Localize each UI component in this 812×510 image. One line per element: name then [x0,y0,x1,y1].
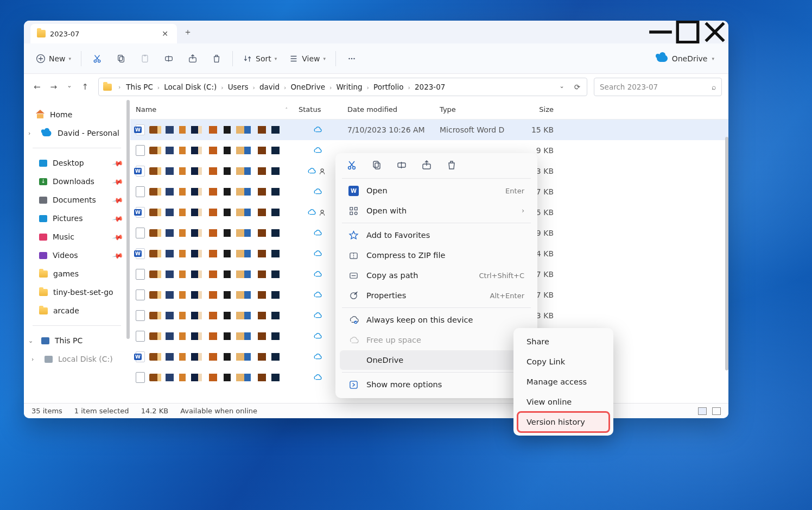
tab-close-button[interactable]: ✕ [160,28,170,39]
onedrive-toolbar-button[interactable]: OneDrive ▾ [649,49,722,68]
sidebar-home[interactable]: Home [24,105,130,124]
status-icon [293,249,342,259]
sidebar-item-documents[interactable]: Documents📌 [24,191,130,209]
sort-button[interactable]: Sort▾ [237,49,282,68]
new-button[interactable]: New ▾ [30,49,77,68]
sidebar-item-desktop[interactable]: Desktop📌 [24,154,130,172]
breadcrumb[interactable]: david [257,83,282,91]
close-button[interactable] [701,21,728,43]
cut-button[interactable] [86,49,109,68]
status-icon [293,352,342,362]
file-icon [136,228,145,238]
folder-icon [39,215,47,222]
submenu-share[interactable]: Share [518,332,609,351]
submenu-manage[interactable]: Manage access [518,372,609,392]
file-name-redacted [149,167,285,175]
ctx-cut-button[interactable] [346,160,357,171]
file-row[interactable]: 7/10/2023 10:26 AMMicrosoft Word D15 KB [130,119,728,140]
ctx-open[interactable]: W OpenEnter [340,181,533,200]
submenu-copy-link[interactable]: Copy Link [518,352,609,372]
sidebar-this-pc[interactable]: ⌄ This PC [24,331,130,350]
status-icon [293,228,342,238]
sidebar-item-music[interactable]: Music📌 [24,228,130,246]
ctx-show-more[interactable]: Show more options [340,375,533,394]
svg-rect-30 [373,161,378,167]
folder-icon [39,289,48,296]
new-tab-button[interactable]: ＋ [177,21,199,43]
breadcrumb[interactable]: Writing [334,83,364,91]
submenu-version-history[interactable]: Version history [518,412,609,432]
folder-icon [39,197,47,204]
sidebar-local-disk[interactable]: › Local Disk (C:) [24,350,130,368]
sidebar-item-tiny-best-set-go[interactable]: tiny-best-set-go [24,283,130,301]
share-button[interactable] [181,49,204,68]
col-status[interactable]: Status [293,105,342,114]
sidebar-item-downloads[interactable]: ↓Downloads📌 [24,172,130,191]
status-icon [293,373,342,382]
submenu-view-online[interactable]: View online [518,392,609,412]
paste-button[interactable] [134,49,156,68]
file-icon [136,331,145,342]
sidebar-item-videos[interactable]: Videos📌 [24,246,130,265]
breadcrumb[interactable]: Users [226,83,251,91]
sidebar-item-arcade[interactable]: arcade [24,301,130,320]
ctx-favorites[interactable]: Add to Favorites [340,225,533,245]
address-bar[interactable]: › This PC›Local Disk (C:)›Users›david›On… [98,78,587,96]
breadcrumb[interactable]: Portfolio [371,83,406,91]
view-details-button[interactable] [698,407,707,415]
back-button[interactable]: ← [34,82,41,92]
ctx-zip[interactable]: Compress to ZIP file [340,245,533,265]
sidebar-item-games[interactable]: games [24,265,130,283]
sidebar-scrollbar[interactable] [126,100,130,339]
svg-point-25 [321,210,323,213]
sidebar-item-pictures[interactable]: Pictures📌 [24,209,130,228]
breadcrumb[interactable]: OneDrive [288,83,327,91]
up-button[interactable]: ↑ [81,82,88,92]
recent-button[interactable]: ⌄ [67,82,72,92]
copy-button[interactable] [110,49,132,68]
window-tab[interactable]: 2023-07 ✕ [30,24,177,43]
ctx-share-button[interactable] [421,160,432,171]
status-selected: 1 item selected [74,407,129,415]
view-button[interactable]: View▾ [283,49,331,68]
folder-icon: ↓ [39,178,47,185]
sidebar-onedrive-personal[interactable]: › David - Personal [24,124,130,142]
search-placeholder: Search 2023-07 [600,83,658,91]
address-dropdown[interactable]: ⌄ [559,83,564,91]
rename-button[interactable] [157,49,180,68]
file-name-redacted [149,188,285,196]
svg-point-38 [354,212,357,215]
svg-rect-45 [350,381,357,388]
breadcrumb[interactable]: 2023-07 [413,83,447,91]
ctx-onedrive[interactable]: OneDrive› [340,350,533,370]
col-date[interactable]: Date modified [342,105,434,114]
minimize-button[interactable] [647,21,674,43]
ctx-properties[interactable]: PropertiesAlt+Enter [340,286,533,305]
ctx-copy-button[interactable] [371,160,382,171]
maximize-button[interactable] [674,21,701,43]
view-large-button[interactable] [712,407,721,415]
col-size[interactable]: Size [510,105,559,114]
pin-icon: 📌 [112,231,124,242]
ctx-delete-button[interactable] [446,160,457,171]
file-icon [136,372,145,383]
file-name-redacted [149,374,285,381]
col-name[interactable]: Name˄ [130,105,293,114]
svg-point-23 [353,58,355,59]
ctx-always-keep[interactable]: Always keep on this device [340,310,533,330]
ctx-rename-button[interactable] [396,160,407,171]
status-size: 14.2 KB [141,407,169,415]
more-button[interactable] [340,49,363,68]
col-type[interactable]: Type [434,105,510,114]
ctx-open-with[interactable]: Open with› [340,201,533,221]
forward-button[interactable]: → [50,82,58,92]
file-explorer-window: 2023-07 ✕ ＋ New ▾ Sort▾ View▾ [24,21,728,418]
breadcrumb[interactable]: This PC [124,83,155,91]
breadcrumb[interactable]: Local Disk (C:) [162,83,219,91]
content-scrollbar[interactable] [725,137,728,370]
ctx-copy-path[interactable]: Copy as pathCtrl+Shift+C [340,266,533,285]
refresh-button[interactable]: ⟳ [574,83,580,91]
search-input[interactable]: Search 2023-07 ⌕ [594,78,722,96]
delete-button[interactable] [205,49,228,68]
search-icon: ⌕ [712,83,716,91]
